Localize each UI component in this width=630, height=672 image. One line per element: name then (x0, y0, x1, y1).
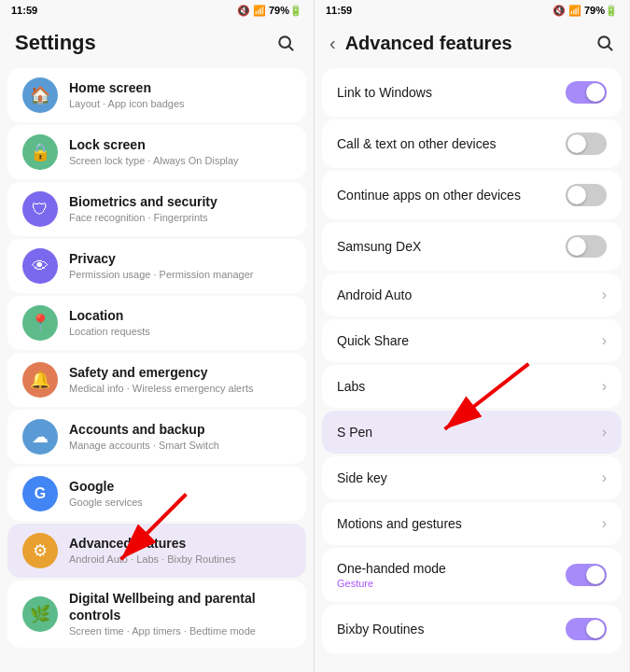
side-key-text: Side key (337, 470, 602, 485)
settings-item-safety[interactable]: 🔔 Safety and emergency Medical info · Wi… (7, 353, 306, 407)
lock-screen-title: Lock screen (69, 136, 291, 153)
adv-item-labs[interactable]: Labs › (322, 365, 622, 408)
left-panel-header: Settings (0, 21, 314, 63)
settings-search-button[interactable] (273, 30, 299, 56)
lock-screen-subtitle: Screen lock type · Always On Display (69, 154, 291, 167)
status-bar-right: 11:59 🔇 📶 79%🔋 (315, 0, 629, 21)
labs-title: Labs (337, 379, 602, 394)
google-title: Google (69, 478, 291, 495)
quick-share-title: Quick Share (337, 333, 602, 348)
continue-apps-text: Continue apps on other devices (337, 188, 566, 203)
back-button[interactable]: ‹ (326, 31, 340, 56)
advanced-icon: ⚙ (22, 533, 58, 568)
left-panel: 11:59 🔇 📶 79%🔋 Settings 🏠 Home screen La… (0, 0, 315, 672)
android-auto-title: Android Auto (337, 287, 602, 302)
settings-title: Settings (15, 31, 96, 55)
s-pen-chevron: › (602, 424, 607, 441)
biometrics-icon: 🛡 (22, 191, 58, 227)
side-key-chevron: › (602, 469, 607, 486)
svg-line-1 (289, 47, 293, 50)
accounts-title: Accounts and backup (69, 421, 291, 438)
advanced-features-list: Link to Windows Call & text on other dev… (315, 63, 629, 672)
link-windows-text: Link to Windows (337, 85, 566, 100)
one-handed-title: One-handed mode (337, 561, 566, 576)
privacy-text: Privacy Permission usage · Permission ma… (69, 250, 291, 281)
samsung-dex-toggle-knob (567, 237, 586, 256)
adv-item-quick-share[interactable]: Quick Share › (322, 319, 622, 362)
s-pen-title: S Pen (337, 425, 602, 440)
settings-item-digital-wellbeing[interactable]: 🌿 Digital Wellbeing and parental control… (7, 581, 306, 648)
adv-item-android-auto[interactable]: Android Auto › (322, 273, 622, 316)
quick-share-text: Quick Share (337, 333, 602, 348)
adv-item-continue-apps[interactable]: Continue apps on other devices (322, 171, 622, 219)
privacy-icon: 👁 (22, 248, 58, 284)
continue-apps-title: Continue apps on other devices (337, 188, 566, 203)
settings-item-lock-screen[interactable]: 🔒 Lock screen Screen lock type · Always … (7, 125, 306, 179)
lock-screen-icon: 🔒 (22, 134, 58, 170)
quick-share-chevron: › (602, 332, 607, 349)
adv-item-side-key[interactable]: Side key › (322, 456, 622, 499)
google-text: Google Google services (69, 478, 291, 509)
home-screen-title: Home screen (69, 79, 291, 96)
link-windows-toggle[interactable] (566, 81, 607, 104)
adv-item-motions[interactable]: Motions and gestures › (322, 502, 622, 545)
biometrics-title: Biometrics and security (69, 193, 291, 210)
bixby-text: Bixby Routines (337, 622, 566, 637)
samsung-dex-title: Samsung DeX (337, 239, 566, 254)
bixby-toggle[interactable] (566, 618, 607, 640)
call-text-toggle[interactable] (566, 133, 607, 155)
settings-item-biometrics[interactable]: 🛡 Biometrics and security Face recogniti… (7, 182, 306, 236)
one-handed-text: One-handed mode Gesture (337, 561, 566, 589)
samsung-dex-toggle[interactable] (566, 235, 607, 258)
one-handed-toggle[interactable] (566, 564, 607, 586)
digital-wellbeing-subtitle: Screen time · App timers · Bedtime mode (69, 624, 291, 637)
android-auto-chevron: › (602, 287, 607, 303)
adv-item-one-handed[interactable]: One-handed mode Gesture (322, 548, 622, 602)
call-text-text: Call & text on other devices (337, 136, 566, 151)
labs-text: Labs (337, 379, 602, 394)
settings-item-privacy[interactable]: 👁 Privacy Permission usage · Permission … (7, 239, 306, 293)
accounts-icon: ☁ (22, 419, 58, 455)
settings-item-google[interactable]: G Google Google services (7, 467, 306, 521)
settings-item-advanced[interactable]: ⚙ Advanced features Android Auto · Labs … (7, 524, 306, 578)
time-left: 11:59 (11, 5, 37, 16)
advanced-search-button[interactable] (592, 30, 618, 56)
status-icons-right: 🔇 📶 79%🔋 (553, 5, 618, 17)
one-handed-subtitle: Gesture (337, 578, 566, 589)
adv-item-bixby[interactable]: Bixby Routines (322, 605, 622, 653)
location-title: Location (69, 307, 291, 324)
home-screen-subtitle: Layout · App icon badges (69, 97, 291, 110)
advanced-title: Advanced features (69, 535, 291, 552)
biometrics-text: Biometrics and security Face recognition… (69, 193, 291, 224)
google-icon: G (22, 476, 58, 511)
one-handed-toggle-knob (586, 566, 605, 584)
side-key-title: Side key (337, 470, 602, 485)
adv-item-link-windows[interactable]: Link to Windows (322, 68, 622, 117)
adv-item-s-pen[interactable]: S Pen › (322, 411, 622, 454)
advanced-text: Advanced features Android Auto · Labs · … (69, 535, 291, 566)
continue-apps-toggle[interactable] (566, 184, 607, 206)
settings-item-accounts[interactable]: ☁ Accounts and backup Manage accounts · … (7, 410, 306, 464)
google-subtitle: Google services (69, 496, 291, 509)
settings-item-location[interactable]: 📍 Location Location requests (7, 296, 306, 350)
svg-line-4 (609, 47, 612, 50)
right-panel: 11:59 🔇 📶 79%🔋 ‹ Advanced features Link … (315, 0, 629, 672)
safety-text: Safety and emergency Medical info · Wire… (69, 364, 291, 395)
android-auto-text: Android Auto (337, 287, 602, 302)
adv-item-samsung-dex[interactable]: Samsung DeX (322, 222, 622, 271)
call-text-title: Call & text on other devices (337, 136, 566, 151)
accounts-subtitle: Manage accounts · Smart Switch (69, 439, 291, 452)
advanced-header: ‹ Advanced features (315, 21, 629, 63)
location-text: Location Location requests (69, 307, 291, 338)
safety-subtitle: Medical info · Wireless emergency alerts (69, 382, 291, 395)
link-windows-toggle-knob (586, 83, 605, 102)
motions-chevron: › (602, 515, 607, 532)
bixby-title: Bixby Routines (337, 622, 566, 637)
settings-item-home-screen[interactable]: 🏠 Home screen Layout · App icon badges (7, 68, 306, 122)
biometrics-subtitle: Face recognition · Fingerprints (69, 211, 291, 224)
adv-item-call-text[interactable]: Call & text on other devices (322, 119, 622, 168)
bixby-toggle-knob (586, 620, 605, 638)
advanced-subtitle: Android Auto · Labs · Bixby Routines (69, 553, 291, 566)
continue-apps-toggle-knob (567, 186, 586, 204)
motions-text: Motions and gestures (337, 516, 602, 531)
